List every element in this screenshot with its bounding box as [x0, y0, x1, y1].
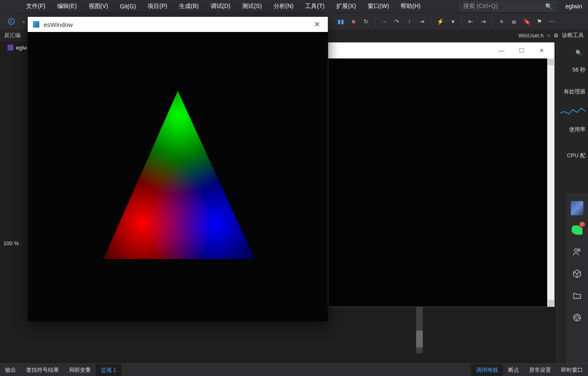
svg-point-3 — [574, 314, 581, 321]
es-window-canvas — [28, 32, 328, 321]
btab-locals[interactable]: 局部变量 — [64, 364, 96, 376]
tool-icon-2[interactable]: ▾ — [447, 16, 458, 27]
gear-icon[interactable]: ⚙ — [554, 32, 559, 39]
scroll-down-icon[interactable] — [548, 300, 554, 306]
menu-analyze[interactable]: 分析(N) — [268, 0, 299, 13]
tool-icon-1[interactable]: ⚡ — [435, 16, 446, 27]
outdent-icon[interactable]: ⇥ — [478, 16, 489, 27]
es-window-close-button[interactable]: ✕ — [311, 20, 323, 29]
sparkline-icon — [560, 106, 585, 116]
file-tab[interactable]: eglw — [3, 43, 32, 53]
wechat-badge: 7 — [579, 222, 585, 227]
menu-help[interactable]: 帮助(H) — [395, 0, 426, 13]
svg-marker-7 — [103, 91, 255, 259]
open-file-label[interactable]: WinUser.h — [518, 32, 543, 39]
uncomment-icon[interactable]: ≣ — [509, 16, 519, 27]
diag-cpu-use: 使用率 — [569, 126, 585, 133]
diagnostics-label[interactable]: 诊断工具 — [562, 32, 584, 39]
menu-build[interactable]: 生成(B) — [173, 0, 205, 13]
dock-box-icon[interactable] — [571, 267, 583, 280]
file-tab-label: eglw — [16, 45, 27, 51]
comment-icon[interactable]: ≡ — [496, 16, 507, 27]
step-over-button[interactable]: ↷ — [391, 16, 402, 27]
stop-button[interactable]: ■ — [348, 16, 359, 27]
dock-aperture-icon[interactable] — [571, 311, 583, 324]
zoom-percent[interactable]: 100 % — [3, 238, 26, 248]
rgb-triangle — [28, 32, 328, 321]
nav-back-button[interactable] — [6, 16, 17, 27]
pause-button[interactable]: ▮▮ — [335, 16, 346, 27]
secondary-app-window: ― ☐ ✕ — [328, 42, 555, 307]
secondary-minimize-button[interactable]: ― — [496, 45, 507, 56]
search-icon: 🔍 — [545, 3, 552, 10]
menu-project[interactable]: 项目(P) — [142, 0, 173, 13]
menu-extensions[interactable]: 扩展(X) — [330, 0, 362, 13]
btab-breakpoints[interactable]: 断点 — [503, 364, 524, 376]
es-window-title: esWindow — [44, 21, 73, 28]
diag-time: 56 秒 — [572, 66, 585, 74]
btab-exceptions[interactable]: 异常设置 — [524, 364, 556, 376]
search-placeholder: 搜索 (Ctrl+Q) — [463, 3, 498, 10]
step-into-button[interactable]: → — [379, 16, 390, 27]
scroll-up-icon[interactable] — [548, 59, 554, 65]
menu-test[interactable]: 测试(S) — [236, 0, 268, 13]
menu-edit[interactable]: 编辑(E) — [51, 0, 83, 13]
svg-point-1 — [575, 249, 577, 252]
step-out-button[interactable]: ↑ — [404, 16, 415, 27]
secondary-window-scrollbar[interactable] — [547, 58, 554, 307]
wechat-icon — [572, 225, 583, 235]
menu-file[interactable]: 文件(F) — [20, 0, 51, 13]
more-icon[interactable]: ⋯ — [546, 16, 557, 27]
file-type-icon — [8, 45, 13, 50]
zoom-icon[interactable]: 🔍 — [575, 50, 582, 56]
scrollbar-thumb[interactable] — [416, 331, 423, 347]
flag-icon[interactable]: ⚑ — [534, 16, 545, 27]
menu-view[interactable]: 视图(V) — [83, 0, 114, 13]
secondary-maximize-button[interactable]: ☐ — [516, 45, 527, 56]
svg-point-0 — [8, 19, 14, 24]
editor-vertical-scrollbar[interactable] — [416, 307, 423, 353]
secondary-close-button[interactable]: ✕ — [536, 45, 548, 56]
bookmark-icon[interactable]: 🔖 — [521, 16, 532, 27]
menu-tools[interactable]: 工具(T) — [299, 0, 330, 13]
dock-avatar[interactable] — [571, 202, 583, 214]
global-search-input[interactable]: 搜索 (Ctrl+Q) 🔍 — [459, 1, 556, 11]
dock-wechat[interactable]: 7 — [571, 224, 583, 236]
btab-watch1[interactable]: 监视 1 — [96, 364, 121, 376]
menu-bar: 文件(F) 编辑(E) 视图(V) Git(G) 项目(P) 生成(B) 调试(… — [0, 0, 588, 13]
indent-icon[interactable]: ⇤ — [465, 16, 476, 27]
dock-folder-icon[interactable] — [571, 289, 583, 302]
disassembly-tab[interactable]: 反汇编 — [0, 32, 25, 39]
user-account[interactable]: eglwin — [559, 0, 588, 13]
close-tab-icon[interactable]: × — [547, 32, 550, 39]
diag-proc: 有处理器 — [564, 88, 585, 95]
es-window-icon — [33, 21, 40, 28]
menu-debug[interactable]: 调试(D) — [205, 0, 236, 13]
btab-find-symbols[interactable]: 查找符号结果 — [21, 364, 64, 376]
restart-button[interactable]: ↻ — [361, 16, 372, 27]
menu-git[interactable]: Git(G) — [114, 0, 142, 13]
menu-window[interactable]: 窗口(W) — [362, 0, 395, 13]
btab-output[interactable]: 输出 — [0, 364, 21, 376]
side-app-dock: 7 — [566, 193, 588, 363]
btab-callstack[interactable]: 调用堆栈 — [471, 364, 503, 376]
es-window-titlebar[interactable]: esWindow ✕ — [28, 17, 328, 32]
secondary-window-titlebar[interactable]: ― ☐ ✕ — [328, 42, 554, 58]
svg-point-2 — [578, 249, 580, 252]
btab-immediate[interactable]: 即时窗口 — [556, 364, 588, 376]
diag-cpu-cfg: CPU 配 — [567, 152, 585, 159]
es-window: esWindow ✕ — [28, 17, 328, 321]
run-to-cursor-button[interactable]: ⇥ — [417, 16, 427, 27]
bottom-tab-strip: 输出 查找符号结果 局部变量 监视 1 调用堆栈 断点 异常设置 即时窗口 — [0, 363, 588, 376]
dock-contacts-icon[interactable] — [571, 246, 583, 258]
file-tab-row: eglw — [0, 41, 32, 54]
